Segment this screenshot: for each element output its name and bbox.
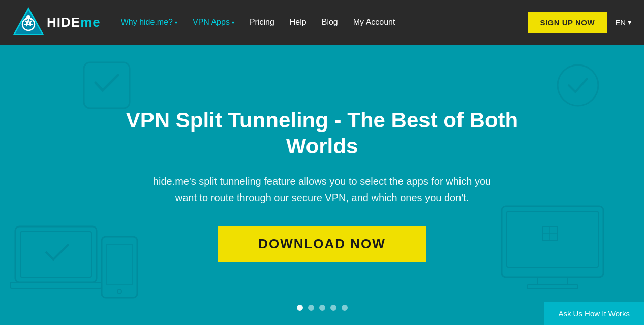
slide-dot-2[interactable] [308,305,314,311]
logo-text: HIDEme [47,15,101,30]
signup-button[interactable]: SIGN UP NOW [528,12,607,33]
nav-item-pricing[interactable]: Pricing [243,14,281,31]
bg-top-right-icon [553,60,603,113]
slide-dots [297,305,348,311]
chevron-down-icon: ▾ [175,20,177,25]
logo-icon [12,6,45,39]
svg-point-18 [558,65,598,106]
ask-us-button[interactable]: Ask Us How It Works [544,302,644,325]
nav-right: SIGN UP NOW EN ▾ [528,12,632,33]
nav-item-why-hideme[interactable]: Why hide.me? ▾ [115,14,183,31]
svg-rect-5 [20,232,91,277]
svg-rect-6 [10,282,102,288]
nav-item-vpn-apps[interactable]: VPN Apps ▾ [187,14,240,31]
svg-point-9 [117,289,121,294]
language-selector[interactable]: EN ▾ [615,18,632,27]
svg-rect-12 [537,277,568,285]
slide-dot-1[interactable] [297,305,303,311]
nav-links: Why hide.me? ▾ VPN Apps ▾ Pricing Help B… [115,14,528,31]
hero-subtitle: hide.me's split tunneling feature allows… [94,173,551,206]
slide-dot-5[interactable] [342,305,348,311]
svg-rect-4 [15,226,97,282]
logo[interactable]: HIDEme [12,6,101,39]
hero-section: VPN Split Tunneling - The Best of Both W… [0,45,644,325]
navbar: HIDEme Why hide.me? ▾ VPN Apps ▾ Pricing… [0,0,644,45]
slide-dot-4[interactable] [330,305,336,311]
hero-title: VPN Split Tunneling - The Best of Both W… [94,108,551,159]
download-button[interactable]: DOWNLOAD NOW [218,226,426,262]
hero-content: VPN Split Tunneling - The Best of Both W… [94,108,551,262]
svg-rect-13 [527,285,578,289]
nav-item-help[interactable]: Help [284,14,313,31]
nav-item-blog[interactable]: Blog [316,14,344,31]
slide-dot-3[interactable] [319,305,325,311]
svg-point-3 [26,15,30,19]
chevron-down-icon: ▾ [232,20,234,25]
chevron-down-icon: ▾ [628,18,632,27]
nav-item-my-account[interactable]: My Account [347,14,402,31]
